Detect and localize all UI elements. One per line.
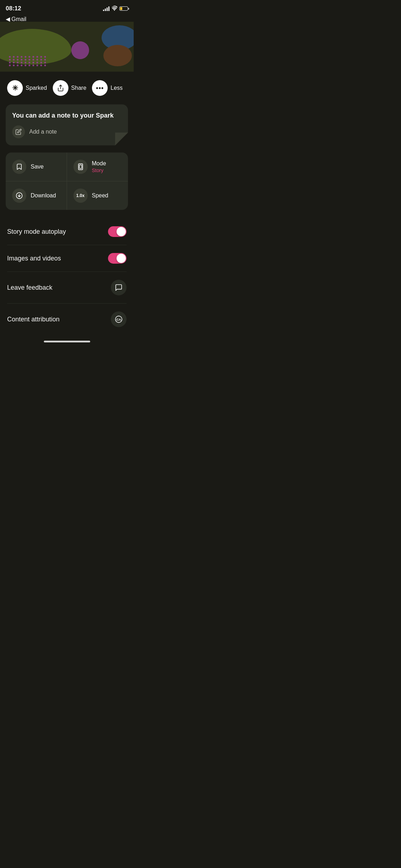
save-button[interactable]: Save xyxy=(6,153,67,181)
content-attribution-label: Content attribution xyxy=(7,316,60,323)
save-icon xyxy=(16,163,23,170)
mode-icon-circle xyxy=(73,160,88,174)
note-card-title: You can add a note to your Spark xyxy=(12,112,122,120)
mode-icon xyxy=(77,163,84,170)
status-time: 08:12 xyxy=(6,5,21,12)
status-icons xyxy=(103,6,128,12)
less-button[interactable]: ••• Less xyxy=(92,80,123,96)
images-videos-row: Images and videos xyxy=(7,245,127,272)
sparked-icon: ✳ xyxy=(12,84,18,92)
feedback-icon xyxy=(115,284,123,291)
svg-text:CA: CA xyxy=(116,318,121,321)
action-grid: Save Mode Story xyxy=(6,153,128,210)
speed-button[interactable]: 1.0x Speed xyxy=(67,181,128,210)
note-icon-circle xyxy=(12,125,25,138)
sparked-icon-circle: ✳ xyxy=(7,80,23,96)
back-arrow-icon: ◀ xyxy=(6,16,10,22)
images-videos-label: Images and videos xyxy=(7,255,61,262)
content-attribution-row: Content attribution CA xyxy=(7,304,127,335)
share-icon xyxy=(57,84,64,92)
fold-corner-decoration xyxy=(115,133,128,145)
toggle-section: Story mode autoplay Images and videos Le… xyxy=(0,218,134,335)
wifi-icon xyxy=(112,6,117,12)
download-icon xyxy=(16,192,23,199)
signal-icon xyxy=(103,6,109,11)
home-indicator xyxy=(0,335,134,345)
sparked-button[interactable]: ✳ Sparked xyxy=(7,80,47,96)
speed-icon-circle: 1.0x xyxy=(73,188,88,203)
battery-icon xyxy=(119,6,128,11)
leave-feedback-button[interactable] xyxy=(111,280,127,295)
save-label: Save xyxy=(31,164,43,170)
home-bar xyxy=(44,341,90,342)
note-icon xyxy=(15,129,22,135)
story-mode-autoplay-label: Story mode autoplay xyxy=(7,228,66,236)
add-note-button[interactable]: Add a note xyxy=(12,125,122,138)
mode-label: Mode xyxy=(92,160,106,167)
share-icon-circle xyxy=(53,80,68,96)
svg-rect-2 xyxy=(79,165,82,169)
mode-button[interactable]: Mode Story xyxy=(67,153,128,181)
more-dots-icon: ••• xyxy=(96,84,104,92)
less-label: Less xyxy=(110,85,123,91)
sparked-label: Sparked xyxy=(26,85,47,91)
attribution-icon: CA xyxy=(115,315,123,323)
story-mode-autoplay-row: Story mode autoplay xyxy=(7,218,127,245)
leave-feedback-row: Leave feedback xyxy=(7,272,127,304)
share-label: Share xyxy=(71,85,87,91)
back-nav[interactable]: ◀ Gmail xyxy=(0,14,134,25)
status-bar: 08:12 xyxy=(0,0,134,14)
images-videos-toggle[interactable] xyxy=(108,253,127,264)
toggle-knob xyxy=(117,254,126,263)
speed-label: Speed xyxy=(92,192,108,199)
action-row: ✳ Sparked Share ••• Less xyxy=(0,72,134,102)
download-button[interactable]: Download xyxy=(6,181,67,210)
toggle-knob xyxy=(117,227,126,236)
mode-value: Story xyxy=(92,167,106,173)
note-card: You can add a note to your Spark Add a n… xyxy=(6,104,128,145)
download-label: Download xyxy=(31,192,56,199)
leave-feedback-label: Leave feedback xyxy=(7,284,52,291)
back-label: Gmail xyxy=(11,16,26,22)
content-attribution-button[interactable]: CA xyxy=(111,311,127,327)
hero-image xyxy=(0,22,134,72)
download-icon-circle xyxy=(12,188,26,203)
dot-grid-decoration xyxy=(9,56,47,66)
share-button[interactable]: Share xyxy=(53,80,87,96)
add-note-label: Add a note xyxy=(29,129,57,135)
save-icon-circle xyxy=(12,160,26,174)
speed-value-badge: 1.0x xyxy=(76,193,84,198)
story-mode-autoplay-toggle[interactable] xyxy=(108,226,127,237)
less-icon-circle: ••• xyxy=(92,80,108,96)
